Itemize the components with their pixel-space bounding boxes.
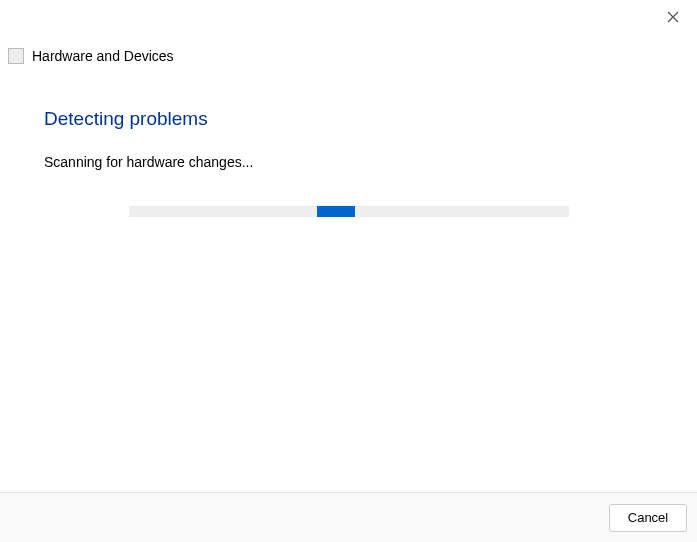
cancel-button[interactable]: Cancel — [609, 504, 687, 532]
close-icon — [667, 11, 679, 26]
status-text: Scanning for hardware changes... — [44, 154, 653, 170]
progress-indicator — [317, 206, 355, 217]
dialog-title: Hardware and Devices — [32, 48, 174, 64]
close-button[interactable] — [663, 8, 683, 28]
dialog-header: Hardware and Devices — [8, 48, 174, 64]
dialog-footer: Cancel — [0, 492, 697, 542]
progress-bar — [129, 206, 569, 217]
dialog-content: Detecting problems Scanning for hardware… — [44, 108, 653, 217]
content-heading: Detecting problems — [44, 108, 653, 130]
troubleshooter-icon — [8, 48, 24, 64]
